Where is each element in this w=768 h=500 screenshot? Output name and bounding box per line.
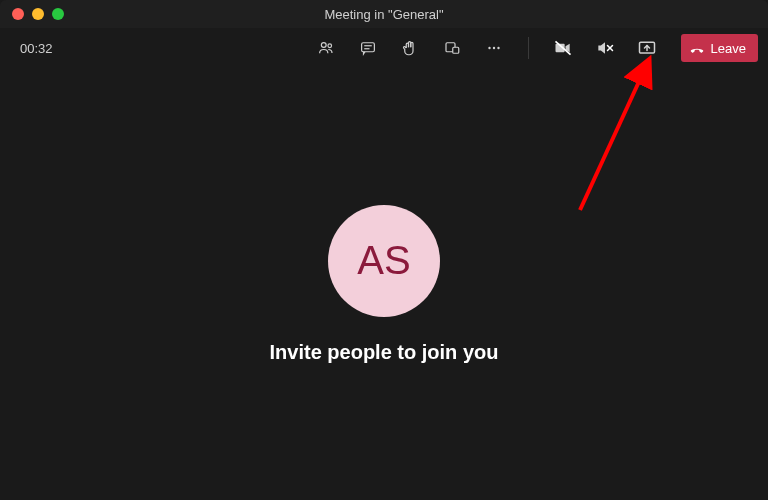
window-title: Meeting in "General" <box>0 7 768 22</box>
share-screen-button[interactable] <box>633 34 661 62</box>
toolbar-separator <box>528 37 529 59</box>
hangup-icon <box>689 40 705 56</box>
camera-off-icon <box>553 38 573 58</box>
svg-rect-6 <box>452 47 458 53</box>
meeting-timer: 00:32 <box>20 41 53 56</box>
chat-icon <box>359 39 377 57</box>
svg-point-0 <box>321 43 326 48</box>
share-screen-icon <box>637 38 657 58</box>
breakout-rooms-icon <box>443 39 461 57</box>
window-controls <box>0 8 64 20</box>
more-actions-icon <box>485 39 503 57</box>
svg-point-8 <box>492 47 494 49</box>
window-titlebar: Meeting in "General" <box>0 0 768 28</box>
people-icon <box>317 39 335 57</box>
maximize-window-button[interactable] <box>52 8 64 20</box>
svg-point-9 <box>497 47 499 49</box>
raise-hand-button[interactable] <box>396 34 424 62</box>
more-actions-button[interactable] <box>480 34 508 62</box>
chat-button[interactable] <box>354 34 382 62</box>
toolbar-actions: Leave <box>312 34 758 62</box>
avatar-initials: AS <box>357 238 410 283</box>
svg-point-7 <box>488 47 490 49</box>
audio-toggle-button[interactable] <box>591 34 619 62</box>
raise-hand-icon <box>401 39 419 57</box>
meeting-toolbar: 00:32 <box>0 28 768 68</box>
leave-button[interactable]: Leave <box>681 34 758 62</box>
leave-button-label: Leave <box>711 41 746 56</box>
svg-point-1 <box>328 44 332 48</box>
invite-message: Invite people to join you <box>270 341 499 364</box>
minimize-window-button[interactable] <box>32 8 44 20</box>
speaker-off-icon <box>595 38 615 58</box>
meeting-stage: AS Invite people to join you <box>0 68 768 500</box>
close-window-button[interactable] <box>12 8 24 20</box>
participant-avatar: AS <box>328 205 440 317</box>
people-button[interactable] <box>312 34 340 62</box>
svg-rect-2 <box>361 43 374 52</box>
camera-toggle-button[interactable] <box>549 34 577 62</box>
breakout-rooms-button[interactable] <box>438 34 466 62</box>
